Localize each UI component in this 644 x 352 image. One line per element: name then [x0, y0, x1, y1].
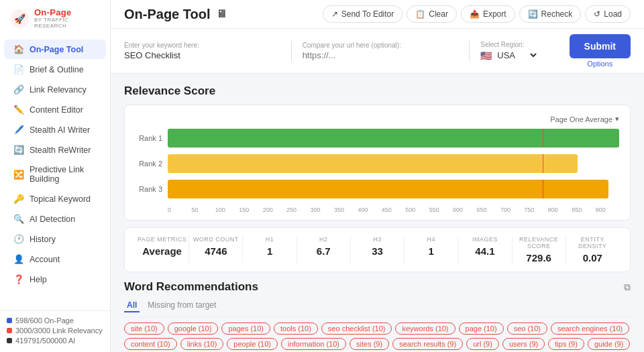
metric-col-4: H333: [351, 236, 405, 263]
sidebar-item-help[interactable]: ❓Help: [4, 270, 106, 289]
content-area: Relevance Score Page One Average ▾ Rank …: [111, 74, 644, 352]
clear-icon: 📋: [415, 9, 425, 19]
tab-all[interactable]: All: [124, 299, 140, 312]
metric-header-6: Images: [458, 236, 511, 243]
footer-dot: [7, 338, 12, 343]
region-field: Select Region: 🇺🇸 USA UK Canada: [480, 41, 558, 61]
bar-row-3: Rank 3: [136, 180, 619, 198]
top-bar: On-Page Tool 🖥 ↗Send To Editor📋Clear📤Exp…: [111, 0, 644, 29]
export-button[interactable]: 📤Export: [461, 5, 515, 23]
footer-stat-label: 598/600 On-Page: [15, 316, 74, 325]
region-select[interactable]: USA UK Canada: [494, 50, 539, 61]
nav-label-topical-keyword: Topical Keyword: [30, 194, 91, 204]
tag[interactable]: guide (9): [588, 338, 630, 350]
nav-icon-predictive-link: 🔀: [13, 170, 24, 180]
sidebar-item-on-page-tool[interactable]: 🏠On-Page Tool: [4, 40, 106, 59]
tag[interactable]: search engines (10): [551, 322, 629, 335]
tag[interactable]: tools (10): [274, 322, 318, 335]
axis-tick: 900: [596, 207, 619, 213]
tag[interactable]: seo (10): [507, 322, 547, 335]
sidebar-item-history[interactable]: 🕐History: [4, 229, 106, 249]
nav-label-content-editor: Content Editor: [30, 105, 83, 115]
sidebar-item-topical-keyword[interactable]: 🔑Topical Keyword: [4, 189, 106, 209]
tag[interactable]: google (10): [168, 322, 219, 335]
nav-label-brief-outline: Brief & Outline: [30, 65, 84, 74]
main-content: On-Page Tool 🖥 ↗Send To Editor📋Clear📤Exp…: [111, 0, 644, 352]
bar-fill-1: [168, 129, 619, 148]
sidebar-item-stealth-ai-writer[interactable]: 🖊️Stealth AI Writer: [4, 120, 106, 139]
metric-value-4: 33: [351, 245, 404, 257]
tab-missing[interactable]: Missing from target: [145, 299, 219, 312]
chart-area: Rank 1 Rank 2 Rank 3: [136, 129, 619, 198]
metric-value-0: Average: [136, 245, 189, 257]
send-to-editor-button[interactable]: ↗Send To Editor: [323, 5, 403, 23]
keyword-input[interactable]: [124, 50, 280, 60]
metric-col-7: Relevance Score729.6: [513, 236, 566, 263]
tag[interactable]: seo checklist (10): [321, 322, 392, 335]
relevance-score-title: Relevance Score: [124, 84, 631, 98]
copy-icon[interactable]: ⧉: [624, 282, 631, 293]
tag[interactable]: links (10): [180, 338, 224, 350]
tag[interactable]: sites (9): [350, 338, 389, 350]
axis-tick: 50: [191, 207, 215, 213]
chevron-down-icon: ▾: [615, 115, 619, 123]
logo-sub: By Traffic Research: [34, 17, 101, 30]
tag[interactable]: users (9): [502, 338, 545, 350]
send-to-editor-label: Send To Editor: [341, 9, 394, 19]
metric-header-7: Relevance Score: [513, 236, 566, 249]
nav-label-link-relevancy: Link Relevancy: [30, 85, 87, 95]
tag[interactable]: page (10): [459, 322, 504, 335]
bar-label-1: Rank 1: [136, 134, 162, 142]
sidebar-item-predictive-link[interactable]: 🔀Predictive Link Building: [4, 160, 106, 188]
metric-value-5: 1: [405, 245, 458, 257]
us-flag-icon: 🇺🇸: [480, 50, 492, 61]
page-title-text: On-Page Tool: [124, 7, 211, 22]
sidebar-item-brief-outline[interactable]: 📄Brief & Outline: [4, 60, 106, 79]
tag[interactable]: information (10): [281, 338, 346, 350]
sidebar-item-content-editor[interactable]: ✏️Content Editor: [4, 100, 106, 119]
keyword-field: Enter your keyword here:: [124, 42, 280, 60]
tag[interactable]: people (10): [227, 338, 278, 350]
page-one-avg-label: Page One Average: [550, 115, 612, 123]
sidebar-item-link-relevancy[interactable]: 🔗Link Relevancy: [4, 80, 106, 99]
tag[interactable]: site (10): [124, 322, 164, 335]
options-link[interactable]: Options: [587, 60, 612, 68]
url-field: Compare your url here (optional):: [303, 42, 459, 60]
word-rec-header: Word Recommendations ⧉: [124, 280, 631, 294]
clear-button[interactable]: 📋Clear: [407, 5, 457, 23]
sidebar-item-account[interactable]: 👤Account: [4, 249, 106, 269]
footer-dot: [7, 328, 12, 333]
sidebar-item-stealth-rewriter[interactable]: 🔄Stealth ReWriter: [4, 140, 106, 160]
nav-icon-brief-outline: 📄: [13, 64, 24, 74]
axis-tick: 250: [286, 207, 310, 213]
tag[interactable]: keywords (10): [395, 322, 455, 335]
tag[interactable]: url (9): [466, 338, 499, 350]
submit-button[interactable]: Submit: [570, 34, 631, 58]
nav-label-stealth-rewriter: Stealth ReWriter: [30, 145, 91, 155]
tag[interactable]: pages (10): [221, 322, 270, 335]
axis-tick: 400: [358, 207, 381, 213]
axis-tick: 650: [476, 207, 500, 213]
tag[interactable]: content (10): [124, 338, 177, 350]
tag[interactable]: tips (9): [548, 338, 584, 350]
axis-tick: 800: [548, 207, 572, 213]
tag[interactable]: search results (9): [392, 338, 463, 350]
send-to-editor-icon: ↗: [331, 9, 338, 19]
axis-tick: 150: [239, 207, 262, 213]
load-button[interactable]: ↺Load: [585, 5, 631, 23]
monitor-icon: 🖥: [216, 8, 227, 20]
bar-fill-2: [168, 154, 578, 173]
load-label: Load: [604, 9, 622, 19]
page-title: On-Page Tool 🖥: [124, 7, 316, 22]
axis-tick: 0: [168, 207, 191, 213]
url-input[interactable]: [303, 50, 459, 60]
metric-value-1: 4746: [189, 245, 242, 257]
nav-label-ai-detection: AI Detection: [30, 215, 75, 224]
metric-value-7: 729.6: [513, 252, 566, 263]
metric-header-3: H2: [297, 236, 350, 243]
axis-tick: 700: [500, 207, 524, 213]
sidebar-item-ai-detection[interactable]: 🔍AI Detection: [4, 209, 106, 229]
metric-col-2: H11: [243, 236, 297, 263]
recheck-button[interactable]: 🔄Recheck: [519, 5, 582, 23]
metric-col-8: Entity Density0.07: [566, 236, 619, 263]
